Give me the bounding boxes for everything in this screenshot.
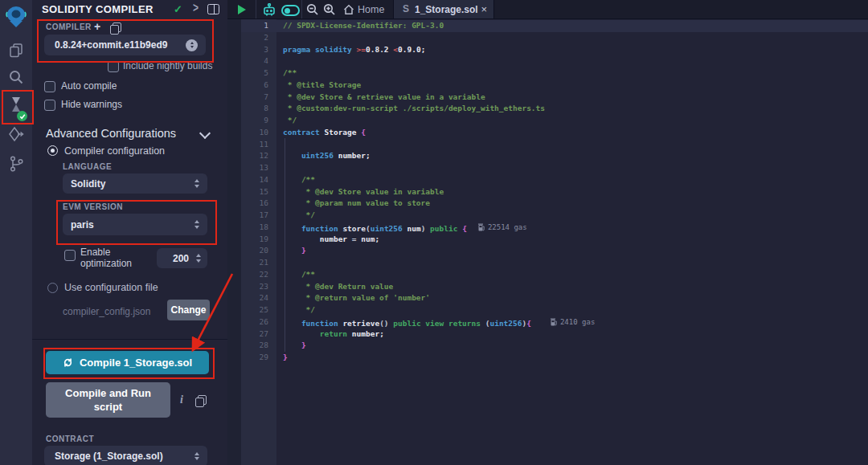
file-explorer-icon[interactable] bbox=[0, 37, 32, 63]
code-text: */ bbox=[276, 210, 315, 222]
code-text: contract Storage { bbox=[276, 127, 366, 139]
code-line[interactable]: 15 * @dev Store value in variable bbox=[227, 186, 868, 198]
line-number: 22 bbox=[227, 269, 276, 281]
code-editor[interactable]: 1// SPDX-License-Identifier: GPL-3.023pr… bbox=[227, 19, 868, 465]
code-line[interactable]: 26 function retrieve() public view retur… bbox=[227, 316, 868, 328]
code-line[interactable]: 11 bbox=[227, 139, 868, 151]
code-line[interactable]: 29} bbox=[227, 352, 868, 364]
auto-compile-checkbox[interactable] bbox=[44, 81, 55, 92]
code-text: return number; bbox=[276, 328, 384, 341]
select-stepper-icon bbox=[194, 179, 199, 188]
solidity-compiler-icon[interactable] bbox=[0, 91, 32, 120]
select-stepper-icon bbox=[186, 39, 198, 51]
search-icon[interactable] bbox=[0, 64, 32, 90]
copy-icon[interactable] bbox=[198, 395, 207, 405]
zoom-out-icon[interactable] bbox=[306, 3, 319, 16]
pin-panel-icon[interactable] bbox=[207, 4, 219, 14]
code-text bbox=[276, 32, 283, 44]
copy-compiler-icon[interactable] bbox=[113, 22, 121, 32]
nightly-builds-label: Include nightly builds bbox=[123, 60, 212, 71]
code-line[interactable]: 19 number = num; bbox=[227, 234, 868, 246]
code-line[interactable]: 6 * @title Storage bbox=[227, 80, 868, 92]
code-text: * @title Storage bbox=[276, 80, 361, 92]
line-number: 6 bbox=[227, 80, 276, 92]
code-line[interactable]: 10contract Storage { bbox=[227, 127, 868, 139]
ai-toggle-icon[interactable] bbox=[281, 5, 300, 16]
code-text bbox=[276, 139, 283, 151]
code-line[interactable]: 13 bbox=[227, 162, 868, 174]
line-number: 14 bbox=[227, 174, 276, 186]
editor-topbar: Home S 1_Storage.sol × bbox=[227, 0, 868, 19]
hide-warnings-checkbox[interactable] bbox=[44, 100, 55, 111]
compile-and-run-button[interactable]: Compile and Run script bbox=[46, 382, 170, 418]
code-line[interactable]: 27 return number; bbox=[227, 328, 868, 341]
code-line[interactable]: 18 function store(uint256 num) public {2… bbox=[227, 222, 868, 234]
code-line[interactable]: 28 } bbox=[227, 340, 868, 352]
code-line[interactable]: 2 bbox=[227, 32, 868, 44]
optimization-runs-input[interactable]: 200 bbox=[157, 248, 207, 268]
line-number: 15 bbox=[227, 186, 276, 198]
chevron-down-icon[interactable] bbox=[199, 128, 211, 139]
panel-divider bbox=[32, 339, 227, 340]
code-line[interactable]: 24 * @return value of 'number' bbox=[227, 292, 868, 304]
tab-label: 1_Storage.sol bbox=[415, 4, 478, 15]
code-text: uint256 number; bbox=[276, 150, 371, 162]
line-number: 21 bbox=[227, 257, 276, 269]
line-number: 29 bbox=[227, 352, 276, 364]
evm-version-select[interactable]: paris bbox=[63, 214, 207, 235]
compiler-version-select[interactable]: 0.8.24+commit.e11b9ed9 bbox=[44, 35, 206, 55]
code-text: // SPDX-License-Identifier: GPL-3.0 bbox=[276, 20, 444, 32]
code-line[interactable]: 21 bbox=[227, 257, 868, 269]
code-text: function store(uint256 num) public {2251… bbox=[276, 222, 527, 234]
change-config-button[interactable]: Change bbox=[167, 300, 210, 320]
advanced-configurations-title[interactable]: Advanced Configurations bbox=[46, 127, 176, 140]
code-text: } bbox=[276, 245, 306, 257]
git-icon[interactable] bbox=[0, 151, 32, 177]
code-line[interactable]: 3pragma solidity >=0.8.2 <0.9.0; bbox=[227, 44, 868, 56]
add-compiler-icon[interactable]: + bbox=[94, 22, 100, 31]
code-line[interactable]: 8 * @custom:dev-run-script ./scripts/dep… bbox=[227, 103, 868, 115]
contract-select[interactable]: Storage (1_Storage.sol) bbox=[44, 446, 207, 465]
compiler-configuration-radio[interactable] bbox=[47, 145, 58, 156]
side-panel: SOLIDITY COMPILER ✓ > COMPILER + 0.8.24+… bbox=[32, 0, 228, 465]
code-line[interactable]: 4 bbox=[227, 55, 868, 67]
code-line[interactable]: 14 /** bbox=[227, 174, 868, 186]
info-icon[interactable]: i bbox=[180, 394, 183, 406]
refresh-icon bbox=[63, 357, 73, 368]
code-line[interactable]: 17 */ bbox=[227, 210, 868, 222]
home-icon[interactable] bbox=[343, 4, 354, 15]
topbar-separator bbox=[301, 0, 302, 18]
select-stepper-icon bbox=[194, 452, 199, 461]
use-configuration-file-radio[interactable] bbox=[47, 283, 58, 293]
zoom-in-icon[interactable] bbox=[323, 3, 336, 16]
run-script-play-icon[interactable] bbox=[238, 5, 246, 14]
enable-optimization-checkbox[interactable] bbox=[64, 250, 76, 261]
chevron-right-icon[interactable]: > bbox=[193, 1, 199, 15]
deploy-run-icon[interactable] bbox=[0, 122, 32, 148]
line-number: 26 bbox=[227, 316, 276, 328]
evm-version-label: EVM VERSION bbox=[63, 202, 123, 211]
code-text: pragma solidity >=0.8.2 <0.9.0; bbox=[276, 44, 425, 56]
code-line[interactable]: 16 * @param num value to store bbox=[227, 198, 868, 210]
close-tab-icon[interactable]: × bbox=[481, 3, 487, 15]
code-line[interactable]: 9 */ bbox=[227, 115, 868, 127]
code-line[interactable]: 12 uint256 number; bbox=[227, 150, 868, 162]
compile-button[interactable]: Compile 1_Storage.sol bbox=[46, 351, 209, 374]
language-select[interactable]: Solidity bbox=[63, 173, 207, 194]
ai-assistant-robot-icon[interactable] bbox=[262, 3, 276, 17]
code-line[interactable]: 7 * @dev Store & retrieve value in a var… bbox=[227, 92, 868, 104]
code-text: /** bbox=[276, 67, 297, 80]
nightly-builds-checkbox[interactable] bbox=[108, 61, 119, 72]
tab-1-storage-sol[interactable]: S 1_Storage.sol × bbox=[393, 0, 494, 18]
select-stepper-icon bbox=[194, 220, 199, 229]
compiler-version-value: 0.8.24+commit.e11b9ed9 bbox=[55, 39, 167, 51]
code-line[interactable]: 5/** bbox=[227, 67, 868, 80]
home-tab-label[interactable]: Home bbox=[358, 4, 384, 15]
line-number: 12 bbox=[227, 150, 276, 162]
code-line[interactable]: 1// SPDX-License-Identifier: GPL-3.0 bbox=[227, 20, 868, 32]
remix-logo-icon[interactable] bbox=[0, 2, 32, 31]
code-line[interactable]: 25 */ bbox=[227, 304, 868, 316]
code-line[interactable]: 23 * @dev Return value bbox=[227, 281, 868, 293]
code-line[interactable]: 22 /** bbox=[227, 269, 868, 281]
code-line[interactable]: 20 } bbox=[227, 245, 868, 257]
